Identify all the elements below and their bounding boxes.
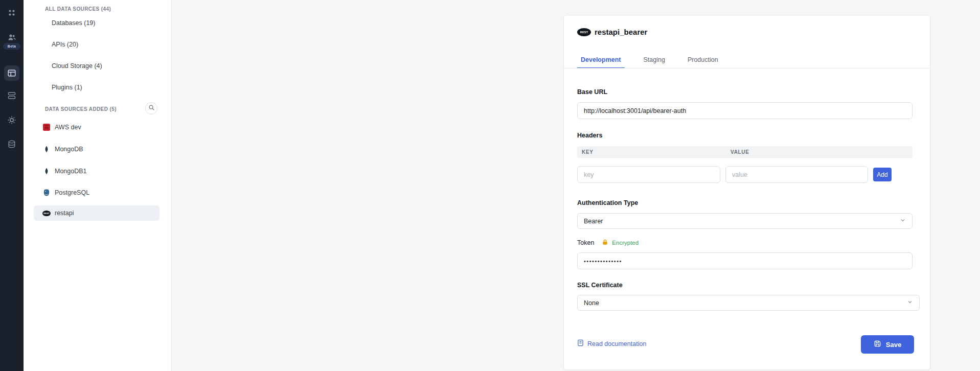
section-title-all-data-sources: ALL DATA SOURCES (44) <box>45 1 111 16</box>
beta-badge: Beta <box>3 43 20 50</box>
app-icon-rail: Beta <box>0 0 24 371</box>
search-icon <box>148 104 155 113</box>
base-url-input[interactable] <box>577 102 913 119</box>
tabs-divider <box>564 68 930 68</box>
token-label-row: Token Encrypted <box>577 239 639 247</box>
database-icon[interactable] <box>4 136 19 152</box>
sidebar-item-mongodb[interactable]: MongoDB <box>34 142 159 157</box>
headers-label: Headers <box>577 132 602 139</box>
save-button[interactable]: Save <box>861 335 914 354</box>
mongodb-leaf-icon <box>42 145 51 153</box>
sidebar-item-apis[interactable]: APIs (20) <box>34 37 159 52</box>
token-input[interactable] <box>577 252 913 269</box>
sidebar-item-aws-dev[interactable]: AWS dev <box>34 120 159 135</box>
gear-icon[interactable] <box>4 112 19 128</box>
tab-development[interactable]: Development <box>577 52 625 68</box>
sidebar-item-label: AWS dev <box>55 124 81 131</box>
apps-grid-icon[interactable] <box>4 5 19 20</box>
sidebar-item-postgresql[interactable]: PostgreSQL <box>34 185 159 200</box>
read-documentation-label: Read documentation <box>587 340 646 347</box>
sidebar-item-label: APIs (20) <box>52 41 78 48</box>
datasource-sidebar: ALL DATA SOURCES (44) Databases (19) API… <box>24 0 172 371</box>
save-button-label: Save <box>886 341 901 349</box>
chevron-down-icon <box>907 299 913 307</box>
sidebar-item-databases[interactable]: Databases (19) <box>34 15 159 31</box>
sidebar-item-label: MongoDB1 <box>55 168 87 175</box>
datasource-config-card: REST restapi_bearer Development Staging … <box>563 15 930 370</box>
base-url-label: Base URL <box>577 88 607 96</box>
read-documentation-link[interactable]: Read documentation <box>577 339 646 348</box>
postgresql-elephant-icon <box>42 189 51 197</box>
rest-api-icon: REST <box>42 209 51 217</box>
sidebar-item-plugins[interactable]: Plugins (1) <box>34 80 159 95</box>
authentication-type-label: Authentication Type <box>577 199 638 206</box>
main-content: REST restapi_bearer Development Staging … <box>172 0 980 371</box>
header-value-input[interactable] <box>725 166 868 183</box>
layers-icon[interactable] <box>4 88 19 103</box>
rest-api-icon: REST <box>577 28 591 36</box>
sidebar-item-label: Cloud Storage (4) <box>52 62 102 69</box>
tab-production[interactable]: Production <box>684 52 722 68</box>
document-icon <box>577 339 584 348</box>
sidebar-item-label: PostgreSQL <box>55 189 89 196</box>
add-header-button[interactable]: Add <box>873 168 892 181</box>
authentication-type-select[interactable]: Bearer <box>577 213 913 229</box>
mongodb-leaf-icon <box>42 167 51 175</box>
header-key-input[interactable] <box>577 166 720 183</box>
save-disk-icon <box>874 340 881 349</box>
search-datasources-button[interactable] <box>145 102 157 114</box>
datasource-title: restapi_bearer <box>595 28 647 36</box>
aws-icon <box>42 123 51 131</box>
sidebar-item-restapi[interactable]: REST restapi <box>34 205 159 221</box>
sidebar-item-label: restapi <box>55 210 74 217</box>
encrypted-badge: Encrypted <box>612 240 639 246</box>
sidebar-item-label: Plugins (1) <box>52 84 82 91</box>
key-column-header: KEY <box>582 146 594 158</box>
section-title-data-sources-added: DATA SOURCES ADDED (5) <box>45 101 117 117</box>
sidebar-item-mongodb1[interactable]: MongoDB1 <box>34 164 159 179</box>
chevron-down-icon <box>900 217 906 225</box>
sidebar-item-label: Databases (19) <box>52 19 95 27</box>
data-sources-icon[interactable] <box>4 65 19 81</box>
headers-column-header: KEY VALUE <box>577 146 913 158</box>
ssl-certificate-label: SSL Certificate <box>577 282 623 289</box>
sidebar-item-cloud-storage[interactable]: Cloud Storage (4) <box>34 58 159 74</box>
environment-tabs: Development Staging Production <box>577 52 722 68</box>
lock-icon <box>602 238 608 247</box>
value-column-header: VALUE <box>731 146 749 158</box>
ssl-certificate-select[interactable]: None <box>577 295 920 311</box>
token-label: Token <box>577 239 594 246</box>
ssl-certificate-value: None <box>584 299 599 307</box>
authentication-type-value: Bearer <box>584 218 603 225</box>
sidebar-item-label: MongoDB <box>55 146 83 153</box>
tab-staging[interactable]: Staging <box>640 52 669 68</box>
